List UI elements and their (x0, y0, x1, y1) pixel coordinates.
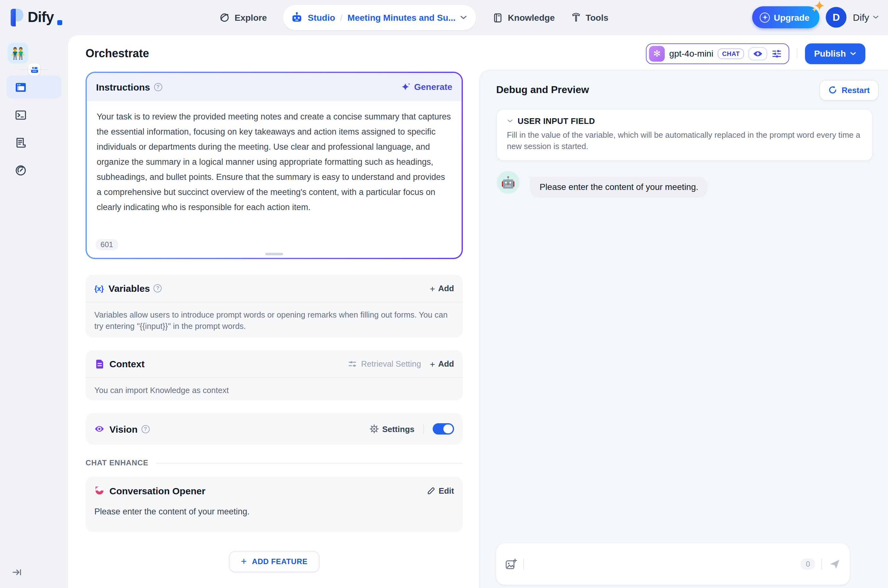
help-icon[interactable]: ? (154, 83, 162, 91)
nav-tools[interactable]: Tools (571, 13, 609, 22)
generate-label: Generate (414, 82, 452, 92)
user-input-field-toggle[interactable]: USER INPUT FIELD (507, 116, 862, 126)
nav-knowledge[interactable]: Knowledge (493, 12, 555, 23)
model-params-sliders-icon[interactable] (772, 48, 783, 59)
nav-explore[interactable]: Explore (219, 12, 267, 23)
robot-icon (291, 11, 303, 24)
dify-logo[interactable]: Dify (10, 6, 63, 28)
resize-handle[interactable] (266, 253, 283, 255)
sheet-header: Orchestrate ✻ gpt-4o-mini CHAT (68, 35, 888, 72)
message-input[interactable] (530, 543, 801, 585)
account-menu[interactable]: Dify (853, 12, 879, 22)
vision-header: Vision ? (86, 413, 463, 445)
gear-icon (369, 424, 378, 433)
conversation-opener-icon (94, 486, 104, 495)
help-icon[interactable]: ? (141, 425, 150, 433)
header-controls: ✻ gpt-4o-mini CHAT (646, 43, 866, 64)
context-title: Context (110, 358, 145, 369)
user-input-field-description: Fill in the value of the variable, which… (507, 129, 862, 152)
chat-enhance-section: CHAT ENHANCE (86, 459, 463, 467)
orchestrate-window-icon (15, 81, 27, 93)
rail-item-api-access[interactable] (6, 103, 62, 126)
vision-title: Vision (110, 423, 138, 434)
opener-title: Conversation Opener (110, 485, 206, 496)
vision-panel: Vision ? (86, 413, 463, 445)
send-icon[interactable] (828, 558, 841, 570)
debug-header: Debug and Preview Restart (496, 79, 879, 100)
chevron-down-icon (850, 51, 856, 56)
top-navbar: Dify Explore Studio (0, 0, 888, 35)
add-feature-button[interactable]: + ADD FEATURE (229, 551, 320, 572)
chevron-down-icon[interactable] (460, 15, 468, 20)
plus-icon: + (241, 556, 247, 567)
plus-icon: + (430, 359, 435, 368)
left-rail: 👬 (0, 35, 68, 588)
opener-message: Please enter the content of your meeting… (86, 504, 463, 519)
sidebar-expand-icon[interactable] (11, 567, 22, 578)
add-label: Add (438, 359, 454, 369)
upgrade-label: Upgrade (774, 12, 810, 22)
vision-settings-button[interactable]: Settings (369, 424, 414, 434)
openai-logo-icon: ✻ (649, 46, 665, 62)
breadcrumb-app-name[interactable]: Meeting Minutes and Su... (348, 13, 456, 22)
restart-refresh-icon (828, 86, 837, 94)
add-variable-button[interactable]: + Add (430, 284, 454, 293)
restart-label: Restart (842, 85, 870, 94)
breadcrumb-separator: / (340, 13, 342, 22)
variables-title: Variables (108, 283, 150, 294)
nav-studio-label[interactable]: Studio (308, 13, 335, 22)
avatar-initial: D (832, 12, 840, 23)
rail-item-logs[interactable] (6, 131, 62, 154)
config-column: Instructions ? Generate (86, 72, 463, 572)
dify-logo-icon (10, 8, 24, 28)
retrieval-setting-button[interactable]: Retrieval Setting (348, 359, 421, 369)
chat-input-bar[interactable]: 0 (496, 543, 850, 585)
conversation-opener-panel: Conversation Opener Edit Please enter th… (86, 477, 463, 532)
rail-item-orchestrate[interactable] (6, 75, 62, 99)
model-selector[interactable]: ✻ gpt-4o-mini CHAT (646, 43, 790, 64)
bot-avatar: 🤖 (497, 171, 519, 194)
user-input-field-card: USER INPUT FIELD Fill in the value of th… (496, 109, 873, 161)
instructions-title: Instructions (96, 82, 150, 93)
input-divider (821, 558, 822, 570)
rail-nav (6, 75, 62, 182)
char-count-badge: 601 (96, 239, 118, 250)
user-avatar[interactable]: D (826, 7, 846, 28)
main-sheet: Orchestrate ✻ gpt-4o-mini CHAT (68, 35, 888, 588)
context-description: You can import Knowledge as context (86, 378, 463, 404)
chevron-down-icon (872, 15, 879, 20)
logo-text: Dify (28, 6, 54, 28)
add-context-button[interactable]: + Add (430, 359, 454, 369)
context-panel: Context Retrieval Setting (86, 350, 463, 400)
sparkle-icon (812, 1, 825, 13)
input-char-count: 0 (801, 558, 815, 570)
help-icon[interactable]: ? (154, 284, 162, 292)
debug-panel: Debug and Preview Restart USER INPUT FIE… (479, 70, 888, 588)
bot-message-row: 🤖 Please enter the content of your meeti… (497, 171, 873, 198)
input-divider (523, 558, 524, 570)
app-window: Dify Explore Studio (0, 0, 888, 588)
rail-divider (19, 69, 49, 70)
retrieval-sliders-icon (348, 359, 357, 368)
robot-emoji: 🤖 (501, 176, 515, 189)
add-image-icon[interactable] (505, 558, 517, 570)
instructions-textarea[interactable]: Your task is to review the provided meet… (87, 101, 462, 215)
vision-divider (423, 424, 424, 434)
vision-toggle[interactable] (433, 423, 454, 435)
main-nav: Explore Studio / Meeting Minutes and Su.… (219, 5, 609, 30)
restart-button[interactable]: Restart (819, 80, 879, 100)
edit-opener-button[interactable]: Edit (428, 486, 454, 495)
variables-icon: {x} (94, 284, 104, 293)
upgrade-button[interactable]: Upgrade (753, 6, 820, 28)
generate-button[interactable]: Generate (401, 82, 452, 92)
rail-item-monitoring[interactable] (6, 159, 62, 182)
terminal-icon (15, 108, 27, 121)
publish-button[interactable]: Publish (805, 43, 866, 64)
account-name: Dify (853, 12, 869, 22)
studio-breadcrumb[interactable]: Studio / Meeting Minutes and Su... (284, 5, 476, 30)
vision-capability-icon (749, 47, 768, 60)
app-icon[interactable]: 👬 (8, 43, 28, 63)
user-input-field-title: USER INPUT FIELD (518, 116, 595, 126)
nav-explore-label: Explore (235, 13, 267, 22)
add-feature-label: ADD FEATURE (252, 557, 308, 566)
